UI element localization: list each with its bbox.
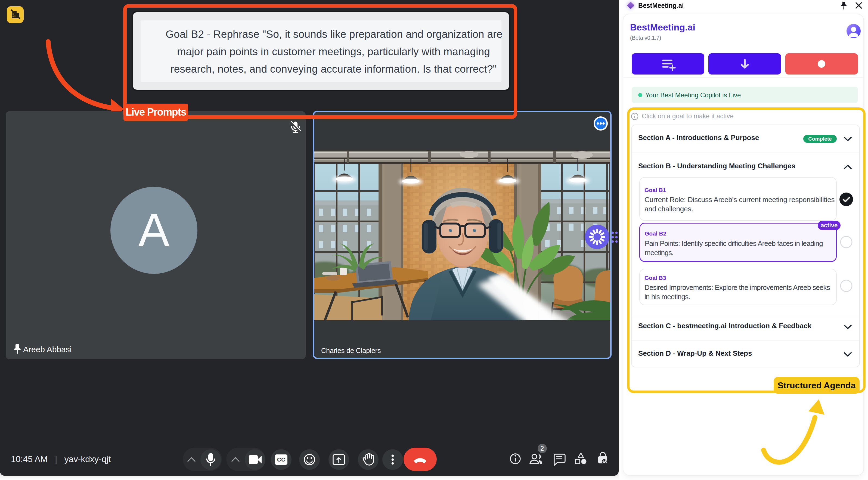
svg-text:2: 2 xyxy=(540,445,544,452)
svg-text:CC: CC xyxy=(277,456,285,462)
